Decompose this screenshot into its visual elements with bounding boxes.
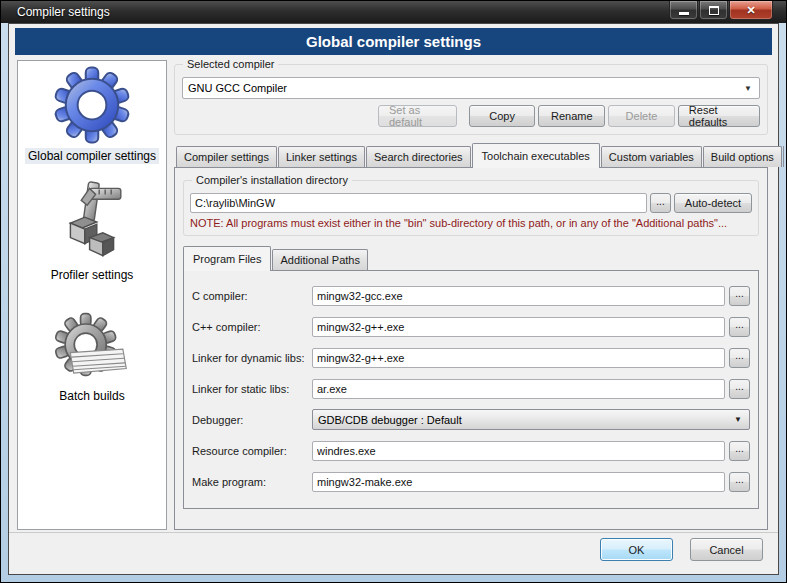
linker-static-browse-button[interactable]: ... <box>729 379 750 399</box>
gray-gear-icon <box>52 311 132 385</box>
sidebar-item-global-compiler-settings[interactable]: Global compiler settings <box>25 65 159 164</box>
field-row-linker-static: Linker for static libs: ... <box>192 378 750 399</box>
ok-button[interactable]: OK <box>600 538 673 561</box>
linker-static-input[interactable] <box>312 379 725 399</box>
main-panel: Selected compiler GNU GCC Compiler ▼ Set… <box>174 60 770 530</box>
sub-tabstrip: Program Files Additional Paths <box>183 246 759 270</box>
minimize-button[interactable] <box>669 1 698 20</box>
group-label: Selected compiler <box>183 58 278 70</box>
delete-button[interactable]: Delete <box>608 105 675 127</box>
field-label: C compiler: <box>192 290 312 302</box>
field-row-make-program: Make program: ... <box>192 471 750 492</box>
debugger-select[interactable]: GDB/CDB debugger : Default ▼ <box>312 409 750 430</box>
reset-defaults-button[interactable]: Reset defaults <box>678 105 760 127</box>
linker-dynamic-input[interactable] <box>312 348 725 368</box>
settings-sidebar: Global compiler settings <box>17 60 167 530</box>
compiler-buttons-row: Set as default Copy Rename Delete Reset … <box>182 105 760 127</box>
install-dir-browse-button[interactable]: ... <box>650 193 671 213</box>
field-label: Linker for dynamic libs: <box>192 352 312 364</box>
close-icon: ✕ <box>746 5 755 16</box>
set-as-default-button[interactable]: Set as default <box>378 105 457 127</box>
content-area: Global compiler settings <box>15 58 772 530</box>
install-dir-row: ... Auto-detect <box>190 193 752 213</box>
subtab-additional-paths[interactable]: Additional Paths <box>272 249 368 270</box>
window-frame: Global compiler settings <box>1 23 786 582</box>
linker-dynamic-browse-button[interactable]: ... <box>729 348 750 368</box>
compiler-select[interactable]: GNU GCC Compiler ▼ <box>182 77 760 99</box>
group-label: Compiler's installation directory <box>192 174 352 186</box>
compiler-select-value: GNU GCC Compiler <box>188 82 287 94</box>
compiler-settings-window: Compiler settings ✕ Global compiler sett… <box>0 0 787 583</box>
field-label: Debugger: <box>192 414 312 426</box>
minimize-icon <box>679 12 689 15</box>
tab-overflow-sliver <box>783 146 784 167</box>
tab-compiler-settings[interactable]: Compiler settings <box>176 146 277 167</box>
blue-gear-icon <box>52 65 132 145</box>
sidebar-item-label: Global compiler settings <box>25 148 159 164</box>
program-files-panel: C compiler: ... C++ compiler: ... Linker <box>183 270 759 509</box>
window-controls: ✕ <box>669 1 773 20</box>
rename-button[interactable]: Rename <box>538 105 605 127</box>
field-row-debugger: Debugger: GDB/CDB debugger : Default ▼ <box>192 409 750 430</box>
field-row-linker-dynamic: Linker for dynamic libs: ... <box>192 347 750 368</box>
close-button[interactable]: ✕ <box>729 1 773 20</box>
toolchain-executables-panel: Compiler's installation directory ... Au… <box>174 167 768 530</box>
cpp-compiler-input[interactable] <box>312 317 725 337</box>
tab-build-options[interactable]: Build options <box>703 146 782 167</box>
footer: OK Cancel <box>15 533 772 574</box>
tab-toolchain-executables[interactable]: Toolchain executables <box>472 143 600 168</box>
tab-custom-variables[interactable]: Custom variables <box>601 146 702 167</box>
c-compiler-input[interactable] <box>312 286 725 306</box>
sidebar-item-batch-builds[interactable]: Batch builds <box>52 311 132 404</box>
installation-directory-group: Compiler's installation directory ... Au… <box>183 180 759 236</box>
field-label: Resource compiler: <box>192 445 312 457</box>
window-title: Compiler settings <box>17 5 110 19</box>
sidebar-item-label: Profiler settings <box>48 267 137 283</box>
cancel-button[interactable]: Cancel <box>690 538 763 561</box>
install-note: NOTE: All programs must exist either in … <box>190 217 752 229</box>
resource-compiler-input[interactable] <box>312 441 725 461</box>
resource-compiler-browse-button[interactable]: ... <box>729 441 750 461</box>
chevron-down-icon: ▼ <box>744 84 752 93</box>
field-row-resource-compiler: Resource compiler: ... <box>192 440 750 461</box>
maximize-button[interactable] <box>699 1 728 20</box>
debugger-select-value: GDB/CDB debugger : Default <box>318 414 462 426</box>
sidebar-item-profiler-settings[interactable]: Profiler settings <box>48 180 137 283</box>
caliper-icon <box>53 180 131 264</box>
subtab-program-files[interactable]: Program Files <box>183 246 271 271</box>
make-program-browse-button[interactable]: ... <box>729 472 750 492</box>
main-tabstrip: Compiler settings Linker settings Search… <box>174 143 768 167</box>
field-label: C++ compiler: <box>192 321 312 333</box>
dialog-client: Global compiler settings <box>8 23 779 575</box>
field-row-cpp-compiler: C++ compiler: ... <box>192 316 750 337</box>
sidebar-item-label: Batch builds <box>56 388 127 404</box>
field-label: Linker for static libs: <box>192 383 312 395</box>
c-compiler-browse-button[interactable]: ... <box>729 286 750 306</box>
make-program-input[interactable] <box>312 472 725 492</box>
chevron-down-icon: ▼ <box>734 415 742 424</box>
maximize-icon <box>709 6 719 15</box>
auto-detect-button[interactable]: Auto-detect <box>674 193 752 213</box>
page-title: Global compiler settings <box>15 28 772 55</box>
selected-compiler-group: Selected compiler GNU GCC Compiler ▼ Set… <box>174 64 768 135</box>
copy-button[interactable]: Copy <box>469 105 536 127</box>
tab-linker-settings[interactable]: Linker settings <box>278 146 365 167</box>
field-row-c-compiler: C compiler: ... <box>192 285 750 306</box>
tab-search-directories[interactable]: Search directories <box>366 146 471 167</box>
field-label: Make program: <box>192 476 312 488</box>
cpp-compiler-browse-button[interactable]: ... <box>729 317 750 337</box>
install-dir-input[interactable] <box>190 193 647 213</box>
